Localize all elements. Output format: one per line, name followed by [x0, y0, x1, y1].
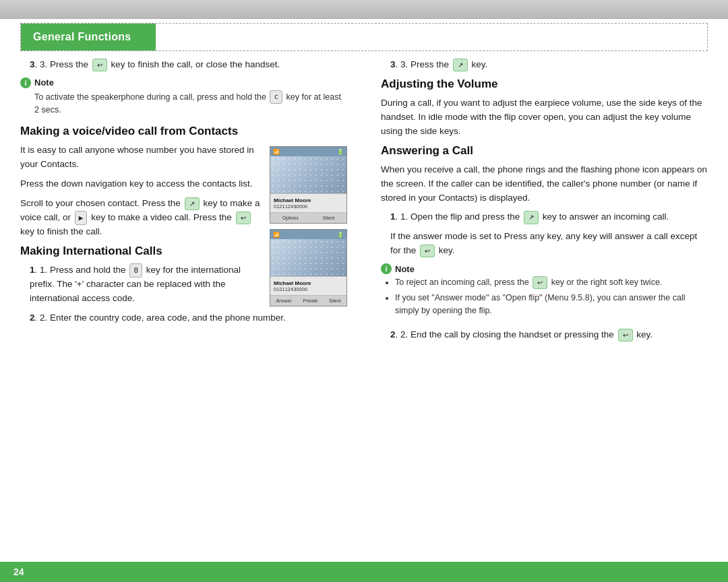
softkey2-1: Silent [323, 216, 335, 220]
zero-key-icon: 0 [129, 263, 142, 278]
softkey1-1: Options [282, 216, 299, 220]
step3-suffix-left: key to finish the call, or close the han… [111, 59, 280, 69]
header-tab-label: General Functions [33, 31, 131, 43]
phone-body-1 [270, 156, 346, 193]
note-label-left: Note [34, 77, 54, 88]
step3-text-left: 3. Press the [40, 59, 88, 69]
bottom-bar: 24 [0, 562, 728, 582]
wallpaper-2 [270, 239, 346, 276]
ans-call-section: Answering a Call When you receive a call… [381, 144, 708, 342]
intl-step1-num: 1 [30, 265, 35, 275]
contact2-name: Michael Moore [274, 280, 343, 286]
phone-screen-2: 📶 🔋 Michael Moore 012112430000 [270, 229, 347, 306]
send-key-right: ↗ [453, 59, 468, 72]
note-bullet-2: If you set "Answer mode" as "Open flip" … [395, 292, 708, 317]
intl-step2-text: 2. 2. Enter the country code, area code,… [30, 311, 347, 325]
end-key-ans: ↩ [420, 245, 435, 258]
note-title-right: i Note [381, 263, 708, 274]
ans-continuation: If the answer mode is set to Press any k… [390, 230, 708, 258]
ans-step2-num: 2 [390, 329, 396, 340]
ans-step2-text: 2. 2. End the call by closing the handse… [390, 328, 708, 342]
note-title-left: i Note [20, 77, 347, 88]
end-key-icon-left: ↩ [92, 59, 107, 72]
page-number: 24 [13, 567, 24, 577]
phone-status-bar-1: 📶 🔋 [270, 147, 346, 156]
note-icon-right: i [381, 263, 392, 274]
phone-contact-bar-1: Michael Moore 012112430000 [270, 193, 346, 212]
end-key-step2: ↩ [618, 329, 633, 342]
wallpaper-1 [270, 156, 346, 193]
step3-label-left: 3 [30, 59, 35, 69]
video-key-icon: ▶ [75, 211, 88, 225]
intl-step2-block: 2. 2. Enter the country code, area code,… [20, 311, 347, 325]
send-key-ans: ↗ [524, 211, 539, 224]
step3-block-left: 3. 3. Press the ↩ key to finish the call… [20, 58, 347, 72]
phone-softkeys-2: Answer Private Silent [270, 295, 346, 306]
end-key-note: ↩ [533, 276, 547, 289]
note-bullet-1: To reject an incoming call, press the ↩ … [395, 276, 708, 289]
adj-volume-section: Adjusting the Volume During a call, if y… [381, 77, 708, 139]
left-column: 3. 3. Press the ↩ key to finish the call… [20, 58, 354, 548]
step3-text-right: 3. 3. Press the ↗ key. [390, 58, 708, 72]
ans-step1-num: 1 [390, 212, 396, 222]
softkey2-2: Private [303, 298, 318, 303]
contact2-num: 012112430000 [274, 286, 343, 292]
softkey3-2: Silent [329, 298, 341, 303]
ans-step2-block: 2. 2. End the call by closing the handse… [381, 328, 708, 342]
ans-step1-text: 1. 1. Open the flip and press the ↗ key … [390, 210, 708, 224]
contact1-name: Michael Moore [274, 197, 343, 203]
ans-call-p: When you receive a call, the phone rings… [381, 163, 708, 205]
voice-video-heading: Making a voice/video call from Contacts [20, 125, 347, 138]
phone-status-bar-2: 📶 🔋 [270, 230, 346, 239]
phone-contact-bar-2: Michael Moore 012112430000 [270, 276, 346, 295]
note-icon-left: i [20, 77, 31, 88]
note-box-left: i Note To activate the speakerphone duri… [20, 77, 347, 117]
ans-call-heading: Answering a Call [381, 144, 708, 158]
c-key-icon: c [270, 90, 282, 104]
note-bullets-right: To reject an incoming call, press the ↩ … [381, 276, 708, 320]
phone-images: 📶 🔋 Michael Moore 012112430000 [270, 146, 347, 306]
ans-step1-block: 1. 1. Open the flip and press the ↗ key … [381, 210, 708, 258]
end-key-icon-2: ↩ [236, 212, 251, 225]
adj-volume-p: During a call, if you want to adjust the… [381, 96, 708, 139]
send-key-icon: ↗ [185, 197, 200, 211]
right-column: 3. 3. Press the ↗ key. Adjusting the Vol… [374, 58, 708, 548]
voice-video-section: Making a voice/video call from Contacts … [20, 125, 347, 239]
softkey1-2: Answer [276, 298, 291, 303]
phone-body-2 [270, 239, 346, 276]
note-box-right: i Note To reject an incoming call, press… [381, 263, 708, 320]
step3-block-right: 3. 3. Press the ↗ key. [381, 58, 708, 72]
step3-label-right: 3 [390, 59, 396, 69]
phone-screen-1: 📶 🔋 Michael Moore 012112430000 [270, 146, 347, 224]
top-bar [0, 0, 728, 19]
adj-volume-heading: Adjusting the Volume [381, 77, 708, 91]
phone-softkeys-1: Options Silent [270, 212, 346, 223]
header-tab: General Functions [21, 24, 156, 51]
note-label-right: Note [395, 264, 415, 274]
main-content: 3. 3. Press the ↩ key to finish the call… [0, 51, 728, 562]
intl-step2-num: 2 [30, 313, 35, 323]
contact1-num: 012112430000 [274, 203, 343, 209]
note-text-left: To activate the speakerphone during a ca… [20, 90, 347, 117]
header-dashed: General Functions [20, 23, 708, 51]
page: General Functions 3. 3. Press the ↩ key … [0, 0, 728, 582]
